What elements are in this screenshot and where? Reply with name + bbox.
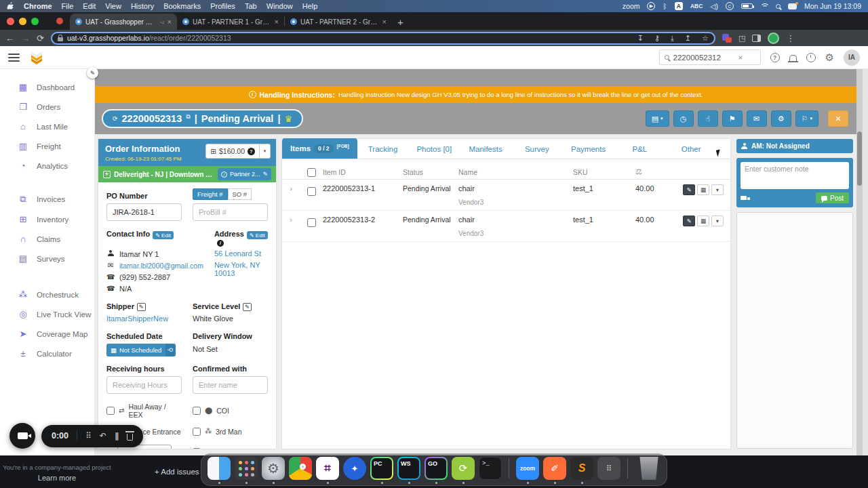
notifications-bell-icon[interactable] <box>789 55 797 62</box>
expand-chevron-icon[interactable]: › <box>282 184 300 192</box>
scrollbar-thumb[interactable] <box>857 131 862 186</box>
c-status-icon[interactable]: C <box>726 2 734 10</box>
dock-goland-icon[interactable]: GO <box>425 457 448 480</box>
sidebar-item-dashboard[interactable]: ▦Dashboard <box>0 77 94 97</box>
new-tab-button[interactable]: + <box>397 16 403 28</box>
row-checkbox[interactable] <box>307 187 316 196</box>
recorder-grid-icon[interactable]: ⠿ <box>85 431 92 441</box>
install-icon[interactable]: ⤓ <box>671 34 674 43</box>
browser-menu-icon[interactable]: ⋮ <box>786 34 795 43</box>
window-minimize-button[interactable] <box>19 18 26 25</box>
volume-icon[interactable]: ◁) <box>710 2 718 10</box>
grasshopper-logo[interactable] <box>29 51 44 64</box>
po-number-input[interactable] <box>106 203 182 221</box>
edit-item-button[interactable]: ✎ <box>683 216 695 226</box>
item-more-button[interactable]: ▾ <box>711 216 724 226</box>
address-bar[interactable]: uat-v3.grasshopperlabs.io/react/order/22… <box>51 32 715 45</box>
hamburger-menu-icon[interactable] <box>8 54 20 62</box>
learn-more-link[interactable]: Learn more <box>0 474 114 482</box>
row-checkbox[interactable] <box>307 218 316 227</box>
menu-profiles[interactable]: Profiles <box>210 2 235 10</box>
browser-tab-2[interactable]: UAT - PARTNER 1 - Grasshopp × <box>177 14 284 30</box>
receiving-hours-input[interactable] <box>106 376 182 394</box>
address-line1-link[interactable]: 56 Leonard St <box>214 249 268 258</box>
probill-input[interactable] <box>193 203 268 221</box>
dock-pycharm-icon[interactable]: PC <box>370 457 393 480</box>
side-panel-icon[interactable] <box>752 35 761 42</box>
back-button[interactable]: ← <box>5 34 14 43</box>
tab-items[interactable]: Items 0 / 2 [FOB] <box>282 138 357 159</box>
menubar-app-name[interactable]: Chrome <box>24 2 52 10</box>
dock-launchpad-icon[interactable] <box>235 457 258 480</box>
dock-blue-app-icon[interactable]: ✦ <box>343 457 366 480</box>
help-icon[interactable]: ? <box>770 53 780 62</box>
wifi-icon[interactable] <box>760 3 768 9</box>
copy-icon[interactable]: ⧉ <box>186 113 190 121</box>
confirmed-with-input[interactable] <box>193 376 268 394</box>
jam-extension-icon[interactable] <box>722 34 732 43</box>
refresh-icon[interactable]: ⟳ <box>113 115 118 122</box>
page-scrollbar[interactable] <box>856 69 863 455</box>
user-avatar[interactable]: IA <box>844 49 860 66</box>
col-name[interactable]: Name <box>458 168 573 176</box>
apple-menu-icon[interactable] <box>7 2 14 11</box>
dock-terminal-icon[interactable]: >_ <box>479 457 502 480</box>
sidebar-item-freight[interactable]: ▥Freight <box>0 136 94 156</box>
history-icon[interactable] <box>806 53 816 62</box>
menu-bookmarks[interactable]: Bookmarks <box>163 2 201 10</box>
sidebar-item-calculator[interactable]: ±Calculator <box>0 344 94 363</box>
input-source-icon[interactable]: A <box>675 2 683 10</box>
window-close-button[interactable] <box>7 18 14 25</box>
recorder-undo-icon[interactable]: ↶ <box>100 431 106 441</box>
dock-green-app-icon[interactable]: ⟳ <box>452 457 475 480</box>
recorder-trash-icon[interactable] <box>127 434 133 441</box>
sidebar-item-coverage-map[interactable]: ➤Coverage Map <box>0 324 94 344</box>
extensions-puzzle-icon[interactable]: ◳ <box>738 35 745 42</box>
truck-icon[interactable] <box>741 195 751 201</box>
sidebar-item-orchestruck[interactable]: ⁂Orchestruck <box>0 285 94 304</box>
sidebar-item-invoices[interactable]: ⧉Invoices <box>0 189 94 209</box>
tab-close-icon[interactable]: × <box>167 18 172 26</box>
dock-zoom-icon[interactable]: zoom <box>516 457 539 480</box>
tab-payments[interactable]: Payments <box>563 145 614 159</box>
tab-pl[interactable]: P&L <box>614 145 665 159</box>
sidebar-item-inventory[interactable]: ⊞Inventory <box>0 209 94 229</box>
history-button[interactable]: ◷ <box>673 110 694 127</box>
tab-photos[interactable]: Photos [0] <box>408 145 460 159</box>
select-all-checkbox[interactable] <box>307 168 316 177</box>
shipper-value-link[interactable]: ItamarShipperNew <box>106 314 182 323</box>
customer-note-textarea[interactable] <box>741 162 849 189</box>
menu-history[interactable]: History <box>131 2 154 10</box>
third-man-checkbox[interactable]: ⁂3rd Man <box>193 428 268 436</box>
address-info-icon[interactable]: i <box>217 240 224 247</box>
dock-keypad-app-icon[interactable]: ⠿ <box>597 457 620 480</box>
order-settings-button[interactable]: ⚙ <box>771 110 791 127</box>
forward-button[interactable]: → <box>21 34 30 43</box>
dock-finder-icon[interactable] <box>208 457 231 480</box>
dock-trash-icon[interactable] <box>637 457 660 480</box>
settings-gear-icon[interactable]: ⚙ <box>825 52 834 64</box>
shipper-edit-icon[interactable]: ✎ <box>137 303 146 311</box>
sidebar-item-orders[interactable]: ❒Orders <box>0 97 94 117</box>
order-search-box[interactable]: × <box>659 49 761 65</box>
search-input[interactable] <box>673 54 734 62</box>
tab-survey[interactable]: Survey <box>511 145 563 159</box>
sidebar-item-last-mile[interactable]: ⌂Last Mile <box>0 117 94 136</box>
hold-button[interactable]: ☝ <box>698 110 718 127</box>
share-button[interactable]: ⚐▾ <box>795 110 818 127</box>
menubar-clock[interactable]: Mon Jun 19 13:09 <box>804 2 861 10</box>
address-edit-button[interactable]: ✎ Edit <box>247 231 268 239</box>
item-grid-button[interactable]: ▦ <box>697 216 709 226</box>
haul-away-checkbox[interactable]: ⇄Haul Away / EEX <box>106 403 182 419</box>
edit-item-button[interactable]: ✎ <box>683 184 695 195</box>
menu-view[interactable]: View <box>105 2 121 10</box>
search-clear-icon[interactable]: × <box>738 54 743 62</box>
tab-tracking[interactable]: Tracking <box>357 145 409 159</box>
menu-help[interactable]: Help <box>302 2 318 10</box>
input-abc-label[interactable]: ABC <box>690 3 703 9</box>
menu-edit[interactable]: Edit <box>83 2 96 10</box>
expand-plus-icon[interactable]: + <box>103 171 111 178</box>
window-zoom-button[interactable] <box>31 18 39 25</box>
download-icon[interactable]: ↧ <box>637 34 644 43</box>
item-more-button[interactable]: ▾ <box>711 184 724 195</box>
